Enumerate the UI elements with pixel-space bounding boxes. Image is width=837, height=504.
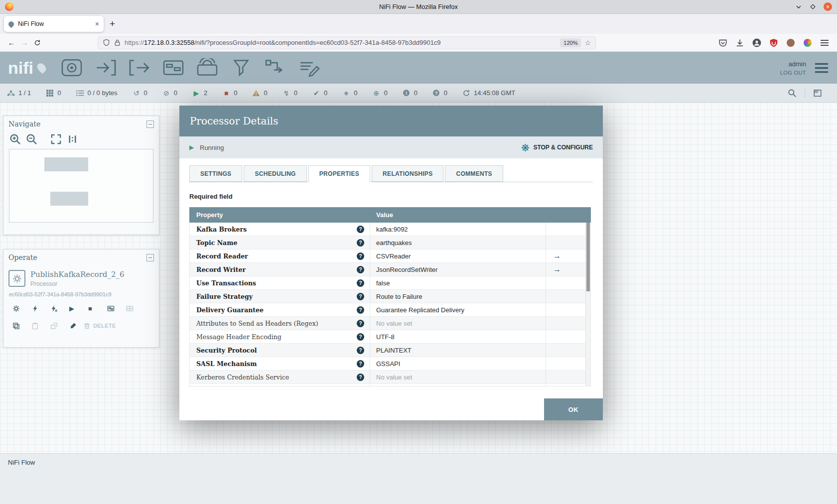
reload-icon [34,39,41,46]
copy-button[interactable] [7,319,25,332]
ok-button[interactable]: OK [544,398,603,420]
help-icon[interactable]: ? [357,374,364,381]
new-tab-button[interactable]: + [110,18,115,29]
help-icon[interactable]: ? [357,266,364,273]
window-titlebar: NiFi Flow — Mozilla Firefox × [0,0,837,14]
input-port-component[interactable] [94,58,117,77]
start-button[interactable]: ▶ [64,302,82,315]
stop-button[interactable]: ■ [83,302,101,315]
zoom-out-button[interactable] [26,133,37,145]
bookmark-star-icon[interactable]: ☆ [584,39,591,47]
birdseye-minimap[interactable] [9,149,153,223]
nifi-favicon [7,20,15,28]
help-icon[interactable]: ? [357,279,364,287]
dialog-tab[interactable]: PROPERTIES [308,165,370,182]
property-row: Topic Name ? earthquakes [190,236,590,250]
scrollbar-thumb[interactable] [586,223,590,291]
help-icon[interactable]: ? [357,226,364,233]
template-component[interactable] [264,58,286,77]
help-icon[interactable]: ? [357,320,364,327]
dialog-tab[interactable]: SETTINGS [189,165,242,182]
maximize-button[interactable] [809,3,817,10]
property-row: Failure Strategy ? Route to Failure [190,290,590,303]
back-button[interactable]: ← [5,36,18,49]
stop-configure-icon [521,143,530,152]
brush-icon [69,322,77,330]
help-icon[interactable]: ? [357,252,364,260]
go-to-service-icon[interactable]: → [553,265,561,274]
search-icon[interactable] [788,89,797,98]
help-icon[interactable]: ? [357,347,364,354]
running-icon: ▶ [192,89,200,97]
birdseye-toggle-icon[interactable] [805,89,830,98]
enable-button[interactable] [26,302,44,315]
breadcrumb-nifi-flow[interactable]: NiFi Flow [8,459,35,466]
close-tab-icon[interactable]: × [95,20,99,28]
active-threads-count: 0 [46,89,61,97]
ungroup-button[interactable] [121,302,139,315]
zoom-in-button[interactable] [9,133,21,145]
url-bar[interactable]: https://172.18.0.3:32558/nifi/?processGr… [98,36,596,49]
zoom-actual-button[interactable] [67,133,78,145]
ublock-icon[interactable] [769,38,778,47]
shield-icon[interactable] [103,39,110,46]
sync-failure-count: ? 0 [432,89,447,97]
processor-component[interactable] [60,58,83,77]
zoom-fit-button[interactable] [50,133,62,145]
extension-avatar-icon[interactable] [786,38,795,47]
help-icon[interactable]: ? [357,239,364,247]
remote-process-group-component[interactable] [196,58,219,77]
go-to-service-icon[interactable]: → [553,252,561,260]
menu-icon[interactable] [820,38,829,47]
dialog-tab[interactable]: SCHEDULING [244,165,306,182]
dialog-tab[interactable]: COMMENTS [445,165,503,182]
property-row: Record Reader ? CSVReader → [190,250,590,263]
property-column-header: Property [189,211,370,219]
browser-tab[interactable]: NiFi Flow × [4,16,104,32]
forward-button[interactable]: → [18,36,31,49]
current-user: admin [780,60,806,68]
configure-button[interactable] [7,302,25,315]
downloads-icon[interactable] [735,38,744,47]
disable-button[interactable] [45,302,63,315]
locally-modified-icon: ∗ [342,89,350,97]
collapse-navigate-button[interactable]: − [146,121,154,128]
table-scrollbar[interactable] [585,223,590,386]
paste-button[interactable] [26,319,44,332]
output-port-component[interactable] [128,58,151,77]
minimize-button[interactable] [795,3,802,10]
stop-configure-button[interactable]: STOP & CONFIGURE [521,143,593,152]
move-to-front-button[interactable] [45,319,63,332]
funnel-component[interactable] [230,58,253,77]
extension-pinwheel-icon[interactable] [803,38,812,47]
change-color-button[interactable] [64,319,82,332]
lock-icon[interactable] [114,39,121,46]
delete-button[interactable]: DELETE [83,319,116,332]
help-icon[interactable]: ? [357,306,364,314]
cluster-icon [7,89,15,97]
reload-button[interactable] [31,36,44,49]
account-icon[interactable] [752,38,761,47]
zoom-indicator[interactable]: 120% [560,38,581,47]
running-icon: ▶ [189,144,196,151]
processor-badge-icon [8,270,25,287]
process-group-component[interactable] [162,58,185,77]
collapse-operate-button[interactable]: − [146,254,154,261]
close-button[interactable]: × [824,2,832,11]
label-component[interactable] [297,58,320,77]
required-field-label: Required field [189,193,593,200]
not-transmitting-icon: ⊘ [162,89,170,97]
help-icon[interactable]: ? [357,293,364,300]
pocket-icon[interactable] [718,38,727,47]
logout-link[interactable]: LOG OUT [780,70,806,76]
search-icon [788,89,797,98]
disabled-count: ↯ 0 [282,89,297,97]
url-text: https://172.18.0.3:32558/nifi/?processGr… [125,39,441,46]
help-icon[interactable]: ? [357,360,364,368]
input-port-icon [94,58,117,77]
help-icon[interactable]: ? [357,333,364,341]
group-button[interactable] [102,302,120,315]
operate-panel: Operate − PublishKafkaRecord_2_6 Process… [3,249,159,348]
dialog-tab[interactable]: RELATIONSHIPS [372,165,443,182]
global-menu-button[interactable] [814,62,829,74]
